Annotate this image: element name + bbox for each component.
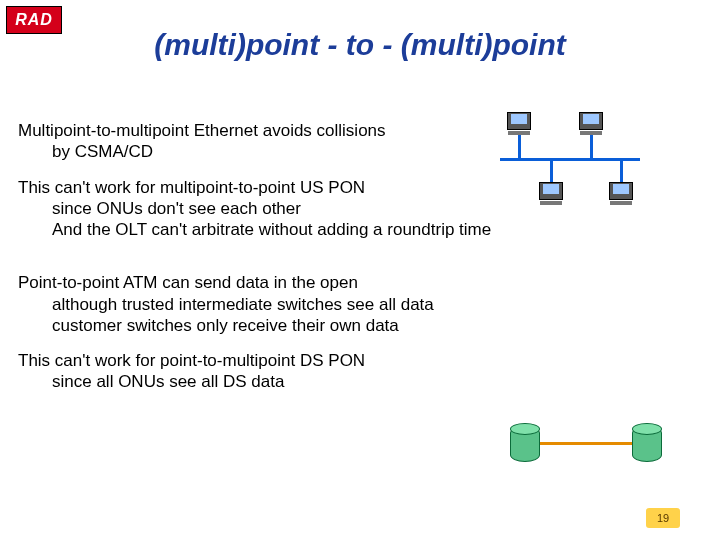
link-line [540,442,632,445]
node-cylinder-icon [632,426,662,462]
para3-line2: although trusted intermediate switches s… [52,294,702,315]
computer-icon [538,182,564,206]
para3-line3: customer switches only receive their own… [52,315,702,336]
para4-line1: This can't work for point-to-multipoint … [18,350,702,371]
node-cylinder-icon [510,426,540,462]
para2-line3: And the OLT can't arbitrate without addi… [52,219,702,240]
bus-drop-4 [620,160,623,184]
computer-icon [608,182,634,206]
slide-title: (multi)point - to - (multi)point [0,28,720,62]
computer-icon [506,112,532,136]
bus-drop-1 [518,134,521,158]
ethernet-bus-diagram [500,120,640,220]
paragraph-4: This can't work for point-to-multipoint … [18,350,702,393]
para3-line1: Point-to-point ATM can send data in the … [18,272,702,293]
bus-drop-2 [590,134,593,158]
ptp-link-diagram [510,420,670,480]
para4-line2: since all ONUs see all DS data [52,371,702,392]
bus-drop-3 [550,160,553,184]
computer-icon [578,112,604,136]
paragraph-3: Point-to-point ATM can send data in the … [18,272,702,336]
page-number: 19 [646,508,680,528]
bus-line-horizontal [500,158,640,161]
